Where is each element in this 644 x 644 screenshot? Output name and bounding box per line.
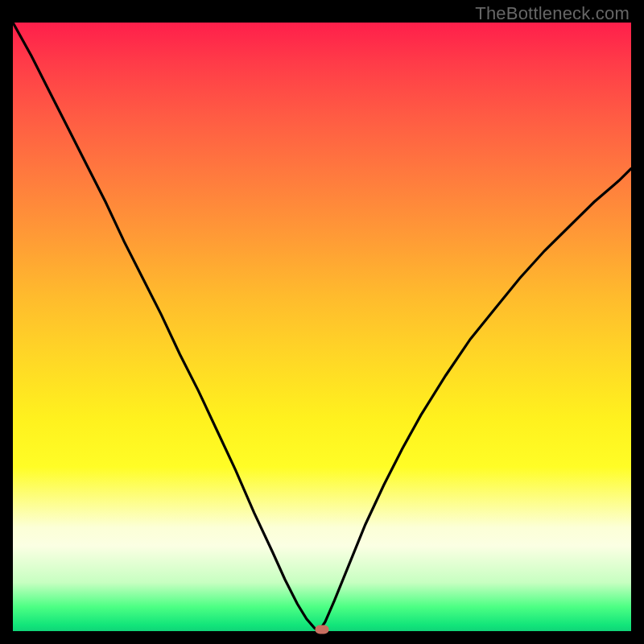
optimal-point-marker xyxy=(316,625,329,634)
plot-area xyxy=(13,23,631,631)
bottleneck-curve xyxy=(13,23,631,631)
watermark-text: TheBottleneck.com xyxy=(475,3,630,24)
chart-frame: TheBottleneck.com xyxy=(0,0,644,644)
